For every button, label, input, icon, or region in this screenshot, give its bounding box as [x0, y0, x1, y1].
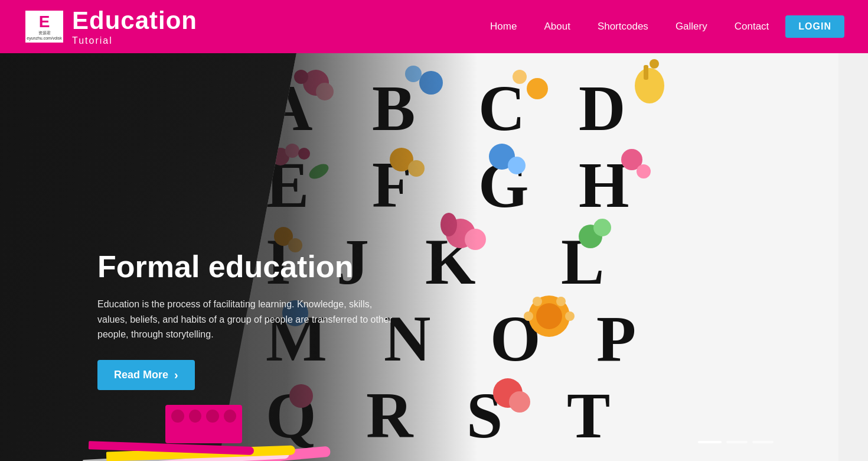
slide-dot-1[interactable] — [698, 441, 722, 443]
hero-description: Education is the process of facilitating… — [97, 297, 399, 342]
lego-block — [165, 405, 242, 443]
site-title: Education — [72, 7, 197, 34]
logo-letter: E — [39, 14, 50, 30]
site-title-area: Education Tutorial — [72, 7, 197, 46]
header: E 资源君 eyunzhu.com/vdisk Education Tutori… — [0, 0, 868, 53]
svg-point-47 — [556, 297, 566, 306]
slide-dot-3[interactable] — [752, 441, 774, 443]
svg-point-39 — [593, 219, 611, 236]
slide-dot-2[interactable] — [726, 441, 748, 443]
svg-point-9 — [527, 78, 548, 99]
svg-point-28 — [637, 164, 651, 178]
svg-text:D: D — [579, 72, 625, 144]
svg-point-10 — [513, 70, 527, 84]
svg-rect-13 — [644, 65, 648, 80]
read-more-arrow: › — [174, 368, 178, 382]
svg-point-48 — [524, 311, 533, 321]
login-button[interactable]: LOGIN — [785, 15, 844, 38]
pencils-area — [59, 390, 413, 461]
hero-title: Formal education — [97, 249, 399, 285]
hero-section: A B C D E F — [0, 53, 868, 461]
logo-area: E 资源君 eyunzhu.com/vdisk Education Tutori… — [24, 7, 197, 46]
svg-text:P: P — [596, 303, 636, 375]
svg-point-46 — [533, 297, 542, 306]
read-more-label: Read More — [114, 369, 168, 381]
svg-point-12 — [635, 68, 664, 103]
read-more-button[interactable]: Read More › — [97, 360, 195, 390]
site-subtitle: Tutorial — [72, 35, 197, 46]
nav-home[interactable]: Home — [479, 16, 527, 37]
logo-box: E 资源君 eyunzhu.com/vdisk — [24, 9, 65, 44]
svg-point-56 — [509, 391, 530, 413]
svg-text:T: T — [567, 379, 610, 452]
svg-point-25 — [508, 157, 526, 174]
logo-url-text: eyunzhu.com/vdisk — [27, 36, 62, 40]
nav-contact[interactable]: Contact — [724, 16, 780, 37]
main-nav: Home About Shortcodes Gallery Contact LO… — [479, 15, 844, 38]
svg-point-49 — [565, 311, 575, 321]
svg-point-14 — [650, 59, 659, 69]
nav-about[interactable]: About — [533, 16, 580, 37]
slide-indicators — [698, 441, 774, 443]
hero-content: Formal education Education is the proces… — [97, 249, 399, 390]
nav-shortcodes[interactable]: Shortcodes — [587, 16, 659, 37]
svg-point-45 — [536, 303, 562, 329]
nav-gallery[interactable]: Gallery — [665, 16, 718, 37]
logo-sub-text: 资源君 — [38, 30, 51, 36]
